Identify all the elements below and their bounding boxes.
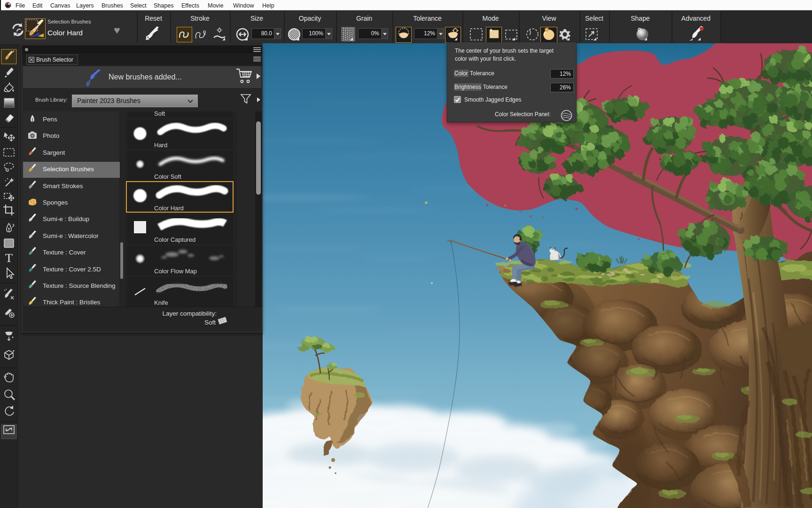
svg-text:T: T: [5, 251, 13, 265]
